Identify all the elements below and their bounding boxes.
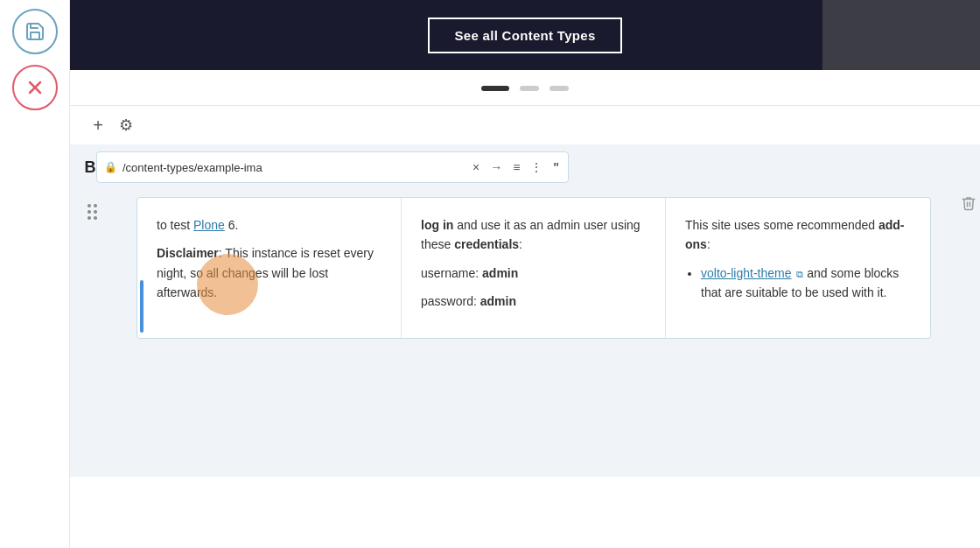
col1-intro-text: to test Plone 6.: [157, 215, 382, 235]
addon-list: volto-light-theme ⧉ and some blocks that…: [685, 263, 911, 303]
url-text: /content-types/example-ima: [122, 161, 466, 174]
col1-disclaimer: Disclaimer: This instance is reset every…: [157, 243, 382, 302]
username-value: admin: [482, 266, 518, 280]
col3-intro: This site uses some recommended add-ons:: [685, 215, 911, 255]
url-close-icon[interactable]: ×: [471, 158, 481, 176]
url-bar[interactable]: 🔒 /content-types/example-ima × → ≡ ⋮ ": [96, 151, 569, 183]
carousel-dots: [70, 70, 980, 105]
save-button[interactable]: [12, 9, 58, 54]
col2-intro: log in and use it as an admin user using…: [421, 215, 646, 255]
carousel-dot-1[interactable]: [481, 86, 509, 91]
hero-image-overlay: [822, 0, 980, 70]
content-col-3: This site uses some recommended add-ons:…: [666, 198, 930, 338]
credentials-label: credentials: [454, 237, 519, 251]
plone-link[interactable]: Plone: [193, 218, 225, 232]
url-menu-icon[interactable]: ≡: [511, 158, 522, 176]
scroll-indicator: [140, 280, 144, 333]
col2-username: username: admin: [421, 263, 646, 283]
add-block-button[interactable]: +: [84, 111, 112, 139]
volto-light-theme-link[interactable]: volto-light-theme: [701, 266, 792, 280]
main-content: See all Content Types + ⚙ B 🔒 /content-t…: [70, 0, 980, 548]
addon-list-item: volto-light-theme ⧉ and some blocks that…: [701, 263, 911, 303]
content-grid: to test Plone 6. Disclaimer: This instan…: [136, 197, 931, 339]
col2-password: password: admin: [421, 292, 646, 311]
disclaimer-label: Disclaimer: [157, 246, 219, 260]
carousel-dot-2[interactable]: [520, 86, 539, 91]
see-all-content-types-button[interactable]: See all Content Types: [428, 18, 621, 53]
drag-handle[interactable]: [88, 204, 97, 220]
url-quote-icon[interactable]: ": [551, 158, 561, 176]
hero-section: See all Content Types: [70, 0, 980, 70]
carousel-dot-3[interactable]: [550, 86, 569, 91]
external-link-icon: ⧉: [796, 269, 803, 279]
toolbar-row: + ⚙: [70, 105, 980, 144]
close-button[interactable]: [12, 65, 58, 110]
lock-icon: 🔒: [104, 161, 117, 173]
content-col-2: log in and use it as an admin user using…: [402, 198, 666, 338]
editor-area: B 🔒 /content-types/example-ima × → ≡ ⋮ ": [70, 144, 980, 477]
delete-block-button[interactable]: [961, 195, 976, 215]
password-value: admin: [480, 294, 516, 308]
trash-icon-wrapper: [961, 195, 976, 215]
url-arrow-icon[interactable]: →: [488, 158, 504, 176]
left-sidebar: [0, 0, 70, 548]
url-bar-icons: × → ≡ ⋮ ": [471, 158, 561, 176]
login-label: log in: [421, 218, 453, 232]
settings-button[interactable]: ⚙: [112, 111, 140, 139]
content-col-1: to test Plone 6. Disclaimer: This instan…: [137, 198, 402, 338]
url-list-icon[interactable]: ⋮: [528, 158, 544, 176]
